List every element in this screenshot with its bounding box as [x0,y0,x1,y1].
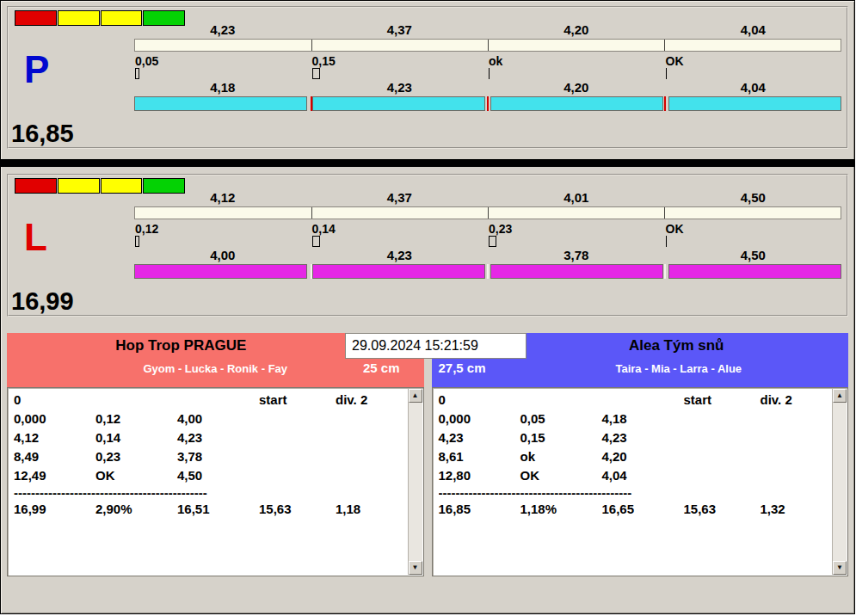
bar-segment [668,264,841,279]
results-section: 29.09.2024 15:21:59 Hop Trop PRAGUE Gyom… [7,333,848,576]
table-row: 12,49 OK 4,50 [14,468,401,487]
table-cell: 12,49 [14,468,95,483]
lane-track: 4,23 4,37 4,20 4,04 0,05 0,15 ok OK [134,8,841,111]
table-cell: 0,15 [520,430,602,445]
table-cell: 16,51 [177,502,259,516]
split-value: 4,37 [311,190,489,205]
table-row: 8,61 ok 4,20 [439,449,826,468]
segment-divider [487,96,489,111]
exchange-label: 0,05 [134,54,311,68]
table-separator: ----------------------------------------… [439,487,826,502]
status-light-red [15,178,57,194]
depth-label: 27,5 cm [439,360,486,375]
table-cell: 3,78 [177,449,259,464]
team-members: Taira - Mia - Larra - Alue [615,362,742,375]
exchange-label: 0,12 [134,222,311,236]
split-value: 3,78 [488,248,665,262]
table-cell: 0,12 [95,411,177,426]
split-value: 4,01 [488,190,665,205]
lane-letter: P [24,51,49,89]
table-separator: ----------------------------------------… [14,487,401,502]
table-row: 0,000 0,05 4,18 [439,411,826,430]
table-cell: OK [520,468,602,483]
bar-segment [134,96,307,111]
table-row: 4,23 0,15 4,23 [439,430,826,449]
vertical-scrollbar[interactable]: ▲ ▼ [832,389,847,575]
table-cell: 4,18 [602,411,684,426]
exchange-markers [134,235,841,248]
exchange-marker-icon [666,68,667,79]
upper-split-values: 4,23 4,37 4,20 4,04 [134,22,841,37]
scroll-up-icon[interactable]: ▲ [833,389,847,403]
exchange-marker-icon [489,236,496,247]
lane-letter: L [24,219,47,256]
team-members: Gyom - Lucka - Ronik - Fay [143,362,287,375]
split-value: 4,04 [665,22,842,37]
app-window: P 16,85 4,23 4,37 4,20 4,04 0,05 0,15 ok… [0,0,855,614]
table-cell: 4,00 [177,411,259,426]
status-light-strip [15,178,185,194]
table-cell: 1,32 [761,502,826,516]
team-name: Hop Trop PRAGUE [7,337,355,354]
table-cell: 0,05 [520,411,602,426]
lane-progress-bar [134,96,841,111]
table-cell: 8,61 [439,449,520,464]
exchange-marker-icon [489,68,490,79]
status-light-red [15,10,57,26]
bar-segment [312,264,485,279]
bar-segment [490,96,663,111]
exchange-label: 0,15 [311,54,489,68]
segment-divider [664,96,666,111]
lane-progress-bar [134,264,841,279]
status-light-yellow-1 [58,10,100,26]
tick-mark [311,207,312,219]
table-cell: 4,50 [177,468,259,483]
team-name: Alea Tým snů [505,337,849,354]
bar-segment [312,96,485,111]
scroll-down-icon[interactable]: ▼ [409,561,422,575]
tick-mark [311,40,312,51]
table-row: 4,12 0,14 4,23 [14,430,401,449]
segment-divider [311,264,312,279]
table-cell: div. 2 [761,392,826,407]
status-light-yellow-2 [101,10,143,26]
split-value: 4,00 [134,248,311,262]
split-value: 4,20 [488,80,665,95]
lane-total-time: 16,85 [11,121,74,146]
split-value: 4,23 [311,248,489,262]
scroll-up-icon[interactable]: ▲ [409,389,422,403]
segment-divider [664,264,666,279]
status-light-green [143,178,185,194]
scroll-down-icon[interactable]: ▼ [833,561,847,575]
bar-segment [134,264,307,279]
bar-segment [490,264,663,279]
exchange-label: 0,23 [488,222,665,236]
status-light-yellow-2 [101,178,143,194]
team-right: Alea Tým snů 27,5 cm Taira - Mia - Larra… [432,333,849,576]
split-value: 4,37 [311,22,489,37]
table-cell: 16,99 [14,502,95,516]
table-row: 0,000 0,12 4,00 [14,411,401,430]
table-cell: 0,000 [439,411,520,426]
depth-label: 25 cm [363,360,400,375]
lane-total-time: 16,99 [11,289,74,314]
table-cell: OK [95,468,177,483]
table-cell: 0,000 [14,411,95,426]
table-header-row: 0 start div. 2 [14,392,401,411]
split-value: 4,50 [665,248,842,262]
table-cell: 16,85 [439,502,520,516]
bar-segment [668,96,841,111]
table-cell: 4,20 [602,449,684,464]
table-cell: 8,49 [14,449,95,464]
table-cell: start [259,392,336,407]
table-cell: div. 2 [336,392,401,407]
table-cell: 4,23 [602,430,684,445]
table-summary-row: 16,99 2,90% 16,51 15,63 1,18 [14,502,401,521]
table-cell: 0 [14,392,95,407]
reference-bar [134,206,841,219]
table-cell: 1,18 [336,502,401,516]
table-cell: 4,23 [177,430,259,445]
vertical-scrollbar[interactable]: ▲ ▼ [408,389,422,575]
table-cell: 4,04 [602,468,684,483]
lower-split-values: 4,00 4,23 3,78 4,50 [134,248,841,262]
